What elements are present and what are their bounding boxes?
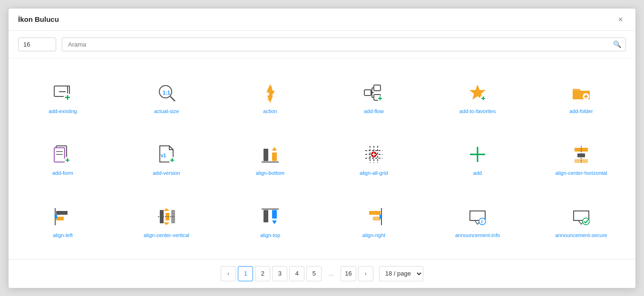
svg-text:1:1: 1:1 <box>163 90 170 95</box>
icon-cell-add-to-favorites[interactable]: add-to-favorites <box>428 68 527 125</box>
add-icon <box>466 143 489 166</box>
announcement-secure-icon <box>570 205 593 228</box>
search-wrapper: 🔍 <box>62 38 626 51</box>
page-size-select[interactable]: 18 / page 36 / page 54 / page <box>379 266 423 281</box>
svg-marker-67 <box>164 208 169 211</box>
icon-label: align-center-vertical <box>144 232 189 239</box>
add-flow-icon <box>362 81 385 104</box>
icon-cell-add-folder[interactable]: add-folder <box>532 68 631 125</box>
icon-label: action <box>263 108 277 115</box>
icon-label: align-all-grid <box>360 170 388 176</box>
toolbar: 🔍 <box>9 31 635 58</box>
svg-line-6 <box>170 96 175 101</box>
svg-marker-72 <box>272 220 277 224</box>
icons-grid: add-existing 1:1 actual-size <box>9 58 635 259</box>
align-all-grid-icon <box>362 143 385 166</box>
icon-label: align-top <box>260 232 280 239</box>
icon-label: actual-size <box>154 108 179 115</box>
svg-text:v1: v1 <box>161 153 166 158</box>
svg-rect-41 <box>272 153 277 161</box>
align-bottom-icon <box>259 143 282 166</box>
icon-cell-add-form[interactable]: add-form <box>13 130 112 187</box>
page-2-button[interactable]: 2 <box>255 266 270 281</box>
icon-cell-align-all-grid[interactable]: align-all-grid <box>324 130 423 187</box>
icon-label: add-existing <box>49 108 77 115</box>
icon-label: align-center-horizontal <box>556 170 607 176</box>
icon-cell-actual-size[interactable]: 1:1 actual-size <box>117 68 216 125</box>
icon-cell-add-existing[interactable]: add-existing <box>13 68 112 125</box>
icon-cell-add-flow[interactable]: add-flow <box>324 68 423 125</box>
icon-label: align-right <box>362 232 385 239</box>
page-4-button[interactable]: 4 <box>289 266 304 281</box>
align-center-horizontal-icon <box>570 143 593 166</box>
svg-text:i: i <box>481 219 483 224</box>
icon-cell-align-center-vertical[interactable]: align-center-vertical <box>117 192 216 249</box>
svg-rect-70 <box>272 210 277 219</box>
svg-rect-12 <box>364 90 371 95</box>
icon-label: announcement-info <box>455 232 500 239</box>
icon-label: add-form <box>52 170 73 176</box>
align-right-icon <box>362 205 385 228</box>
svg-rect-13 <box>374 85 381 91</box>
icon-label: align-bottom <box>256 170 285 176</box>
announcement-info-icon: i <box>466 205 489 228</box>
icon-label: add-flow <box>364 108 384 115</box>
icon-cell-action[interactable]: action <box>221 68 320 125</box>
dialog-title: İkon Bulucu <box>18 15 59 23</box>
search-icon: 🔍 <box>613 40 621 48</box>
align-left-icon <box>51 205 74 228</box>
next-page-button[interactable]: › <box>358 266 373 281</box>
icon-cell-align-right[interactable]: align-right <box>324 192 423 249</box>
icon-finder-dialog: İkon Bulucu × 🔍 add-existing <box>8 8 636 288</box>
page-last-button[interactable]: 16 <box>341 266 356 281</box>
align-center-vertical-icon <box>155 205 178 228</box>
icon-label: add-folder <box>569 108 593 115</box>
add-to-favorites-icon <box>466 81 489 104</box>
page-3-button[interactable]: 3 <box>272 266 287 281</box>
icon-cell-align-center-horizontal[interactable]: align-center-horizontal <box>532 130 631 187</box>
icon-label: align-left <box>53 232 73 239</box>
pagination: ‹ 1 2 3 4 5 ... 16 › 18 / page 36 / page… <box>9 259 635 288</box>
svg-rect-75 <box>373 217 381 220</box>
close-button[interactable]: × <box>615 14 626 25</box>
align-top-icon <box>259 205 282 228</box>
dialog-header: İkon Bulucu × <box>9 9 635 31</box>
add-existing-icon <box>51 81 74 104</box>
add-version-icon: v1 <box>155 143 178 166</box>
svg-rect-69 <box>263 210 268 222</box>
svg-rect-61 <box>56 217 64 220</box>
icon-label: add-version <box>153 170 180 176</box>
icon-cell-add[interactable]: add <box>428 130 527 187</box>
svg-rect-74 <box>369 211 381 215</box>
icon-cell-align-bottom[interactable]: align-bottom <box>221 130 320 187</box>
svg-point-83 <box>583 218 589 225</box>
icon-label: announcement-secure <box>555 232 607 239</box>
add-form-icon <box>51 143 74 166</box>
page-1-button[interactable]: 1 <box>238 266 253 281</box>
prev-page-button[interactable]: ‹ <box>221 266 236 281</box>
icon-label: add-to-favorites <box>459 108 496 115</box>
icon-cell-add-version[interactable]: v1 add-version <box>117 130 216 187</box>
page-5-button[interactable]: 5 <box>306 266 322 281</box>
icon-cell-announcement-secure[interactable]: announcement-secure <box>532 192 631 249</box>
icon-cell-align-top[interactable]: align-top <box>221 192 320 249</box>
svg-marker-43 <box>272 147 277 151</box>
svg-marker-68 <box>164 222 169 225</box>
svg-rect-30 <box>54 148 65 162</box>
action-icon <box>259 81 282 104</box>
svg-rect-60 <box>56 211 68 215</box>
icon-cell-align-left[interactable]: align-left <box>13 192 112 249</box>
actual-size-icon: 1:1 <box>155 81 178 104</box>
svg-rect-40 <box>263 149 268 161</box>
page-size-input[interactable] <box>18 38 56 51</box>
search-input[interactable] <box>62 38 626 51</box>
page-ellipsis: ... <box>323 266 339 281</box>
add-folder-icon <box>570 81 593 104</box>
icon-label: add <box>473 170 482 176</box>
icon-cell-announcement-info[interactable]: i announcement-info <box>428 192 527 249</box>
